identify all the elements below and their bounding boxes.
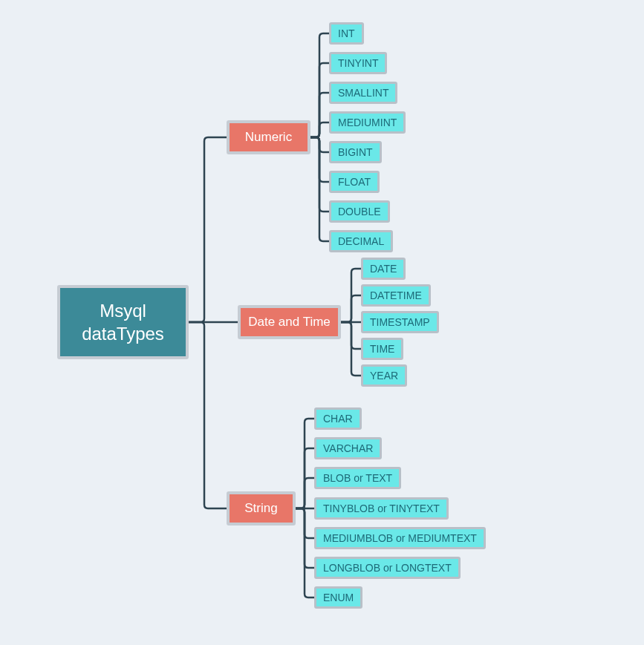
root-label: Msyql dataTypes — [68, 299, 178, 345]
leaf-label: BLOB or TEXT — [323, 472, 392, 484]
leaf-label: MEDIUMBLOB or MEDIUMTEXT — [323, 532, 477, 544]
leaf-label: BIGINT — [338, 146, 373, 158]
leaf-tinyint[interactable]: TINYINT — [329, 52, 387, 74]
category-label: String — [244, 501, 277, 516]
category-datetime[interactable]: Date and Time — [238, 305, 341, 339]
leaf-mediumint[interactable]: MEDIUMINT — [329, 111, 406, 134]
leaf-varchar[interactable]: VARCHAR — [314, 437, 382, 459]
category-numeric[interactable]: Numeric — [227, 120, 310, 154]
leaf-label: INT — [338, 27, 355, 39]
leaf-tinyblob-tinytext[interactable]: TINYBLOB or TINYTEXT — [314, 497, 449, 520]
leaf-datetime[interactable]: DATETIME — [361, 284, 431, 307]
leaf-label: YEAR — [370, 370, 398, 382]
leaf-label: ENUM — [323, 592, 354, 603]
leaf-blob-text[interactable]: BLOB or TEXT — [314, 467, 401, 489]
leaf-timestamp[interactable]: TIMESTAMP — [361, 311, 439, 333]
leaf-label: CHAR — [323, 413, 353, 425]
root-node[interactable]: Msyql dataTypes — [57, 285, 189, 359]
leaf-label: TINYINT — [338, 57, 378, 69]
leaf-mediumblob-mediumtext[interactable]: MEDIUMBLOB or MEDIUMTEXT — [314, 527, 486, 549]
leaf-double[interactable]: DOUBLE — [329, 200, 390, 223]
leaf-label: LONGBLOB or LONGTEXT — [323, 562, 452, 574]
leaf-label: TIME — [370, 343, 394, 355]
leaf-time[interactable]: TIME — [361, 338, 403, 360]
leaf-label: DATETIME — [370, 289, 422, 301]
leaf-label: DECIMAL — [338, 235, 384, 247]
leaf-bigint[interactable]: BIGINT — [329, 141, 382, 163]
leaf-label: VARCHAR — [323, 442, 373, 454]
leaf-char[interactable]: CHAR — [314, 407, 362, 430]
category-label: Date and Time — [248, 315, 331, 330]
leaf-float[interactable]: FLOAT — [329, 171, 380, 193]
leaf-label: TINYBLOB or TINYTEXT — [323, 502, 440, 514]
leaf-label: FLOAT — [338, 176, 371, 188]
leaf-decimal[interactable]: DECIMAL — [329, 230, 393, 252]
category-string[interactable]: String — [227, 491, 296, 526]
leaf-enum[interactable]: ENUM — [314, 586, 362, 609]
leaf-int[interactable]: INT — [329, 22, 364, 45]
leaf-label: TIMESTAMP — [370, 316, 430, 328]
leaf-label: SMALLINT — [338, 87, 388, 99]
leaf-date[interactable]: DATE — [361, 258, 406, 280]
leaf-label: DATE — [370, 263, 397, 275]
leaf-longblob-longtext[interactable]: LONGBLOB or LONGTEXT — [314, 557, 461, 579]
leaf-label: DOUBLE — [338, 206, 381, 217]
category-label: Numeric — [245, 130, 292, 145]
leaf-year[interactable]: YEAR — [361, 364, 407, 387]
leaf-smallint[interactable]: SMALLINT — [329, 82, 397, 104]
leaf-label: MEDIUMINT — [338, 117, 397, 128]
